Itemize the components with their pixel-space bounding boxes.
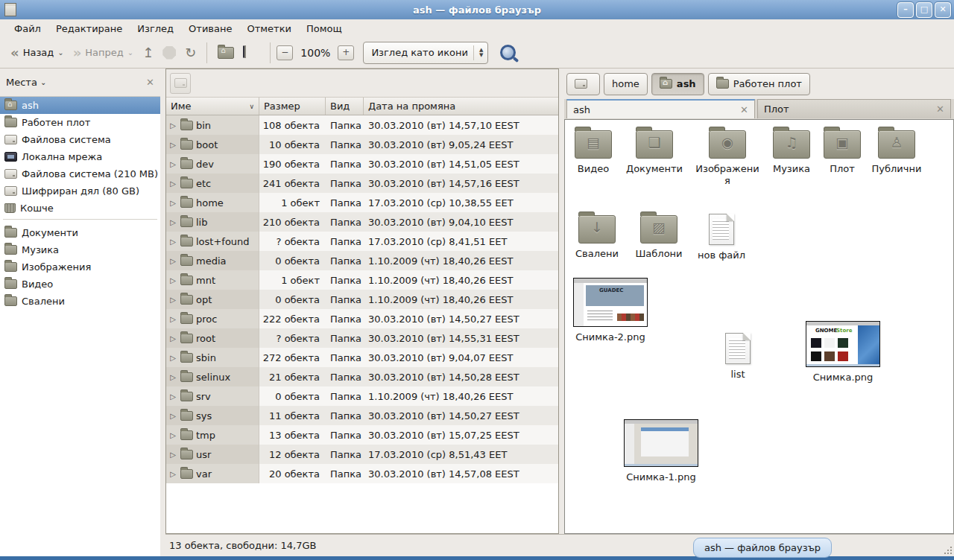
tree-row[interactable]: ▷ opt 0 обекта Папка 1.10.2009 (чт) 18,4… bbox=[166, 290, 558, 309]
pane-splitter[interactable] bbox=[160, 69, 165, 556]
menu-item[interactable]: Отметки bbox=[240, 22, 297, 36]
sidebar-place-item[interactable]: Файлова система bbox=[0, 131, 160, 148]
icon-view-item[interactable]: ◉ Изображения bbox=[693, 126, 762, 186]
menu-item[interactable]: Файл bbox=[7, 22, 48, 36]
expander-icon[interactable]: ▷ bbox=[168, 179, 177, 188]
sidebar-place-item[interactable]: ash bbox=[0, 97, 160, 114]
tab-close-icon[interactable]: ✕ bbox=[740, 104, 748, 115]
icon-view-item[interactable]: Снимка.png bbox=[806, 321, 880, 384]
tree-row[interactable]: ▷ home 1 обект Папка 17.03.2010 (ср) 10,… bbox=[166, 193, 558, 212]
column-header-date[interactable]: Дата на промяна bbox=[364, 98, 558, 115]
home-button[interactable] bbox=[213, 44, 238, 62]
forward-button[interactable]: » Напред ⌄ bbox=[69, 43, 139, 63]
icon-view-item[interactable]: нов файл bbox=[690, 211, 753, 261]
tree-row[interactable]: ▷ dev 190 обекта Папка 30.03.2010 (вт) 1… bbox=[166, 154, 558, 174]
icon-view-item[interactable]: ♫ Музика bbox=[760, 126, 823, 175]
expander-icon[interactable]: ▷ bbox=[168, 470, 177, 478]
expander-icon[interactable]: ▷ bbox=[168, 276, 177, 284]
tree-row[interactable]: ▷ tmp 13 обекта Папка 30.03.2010 (вт) 15… bbox=[166, 425, 558, 445]
zoom-in-button[interactable]: + bbox=[338, 45, 354, 60]
up-button[interactable]: ↥ bbox=[138, 43, 158, 63]
tree-row[interactable]: ▷ bin 108 обекта Папка 30.03.2010 (вт) 1… bbox=[166, 115, 558, 135]
tree-row[interactable]: ▷ lib 210 обекта Папка 30.03.2010 (вт) 9… bbox=[166, 212, 558, 232]
back-history-chevron-icon[interactable]: ⌄ bbox=[57, 48, 63, 57]
sidebar-place-item[interactable]: Кошче bbox=[0, 200, 160, 217]
expander-icon[interactable]: ▷ bbox=[168, 160, 177, 168]
tree-row[interactable]: ▷ usr 12 обекта Папка 17.03.2010 (ср) 8,… bbox=[166, 445, 558, 464]
tree-row[interactable]: ▷ boot 10 обекта Папка 30.03.2010 (вт) 9… bbox=[166, 135, 558, 154]
icon-view-item[interactable]: Снимка-2.png bbox=[573, 278, 648, 343]
icon-view-item[interactable]: ↓ Свалени bbox=[566, 211, 628, 260]
menu-item[interactable]: Помощ bbox=[300, 22, 349, 36]
tree-row[interactable]: ▷ mnt 1 обект Папка 1.10.2009 (чт) 18,40… bbox=[166, 270, 558, 290]
expander-icon[interactable]: ▷ bbox=[168, 451, 177, 459]
expander-icon[interactable]: ▷ bbox=[168, 412, 177, 420]
sidebar-close-icon[interactable]: ✕ bbox=[146, 77, 154, 88]
sidebar-place-item[interactable]: Документи bbox=[0, 224, 160, 241]
icon-view-item[interactable]: ♙ Публични bbox=[865, 126, 929, 175]
stop-button[interactable] bbox=[158, 43, 180, 63]
sidebar-place-item[interactable]: Шифриран дял (80 GB) bbox=[0, 182, 160, 200]
tree-row[interactable]: ▷ sbin 272 обекта Папка 30.03.2010 (вт) … bbox=[166, 348, 558, 367]
tree-row[interactable]: ▷ sys 11 обекта Папка 30.03.2010 (вт) 14… bbox=[166, 406, 558, 425]
menu-item[interactable]: Редактиране bbox=[49, 22, 129, 36]
search-icon[interactable] bbox=[500, 45, 516, 60]
expander-icon[interactable]: ▷ bbox=[168, 431, 177, 439]
expander-icon[interactable]: ▷ bbox=[168, 334, 177, 343]
zoom-out-button[interactable]: − bbox=[277, 45, 293, 60]
expander-icon[interactable]: ▷ bbox=[168, 296, 177, 304]
minimize-button[interactable]: – bbox=[897, 2, 914, 18]
column-header-size[interactable]: Размер bbox=[259, 98, 326, 115]
sidebar-place-item[interactable]: Работен плот bbox=[0, 114, 160, 131]
breadcrumb-button[interactable]: Работен плот bbox=[708, 73, 810, 95]
tree-row[interactable]: ▷ srv 0 обекта Папка 1.10.2009 (чт) 18,4… bbox=[166, 386, 558, 406]
icon-view-item[interactable]: ▣ Плот bbox=[818, 126, 866, 175]
sidebar-place-item[interactable]: Свалени bbox=[0, 293, 160, 310]
tab[interactable]: Плот ✕ bbox=[757, 99, 951, 118]
back-button[interactable]: « Назад ⌄ bbox=[6, 43, 69, 63]
reload-button[interactable]: ↻ bbox=[180, 43, 200, 63]
expander-icon[interactable]: ▷ bbox=[168, 257, 177, 265]
tree-row[interactable]: ▷ media 0 обекта Папка 1.10.2009 (чт) 18… bbox=[166, 251, 558, 270]
expander-icon[interactable]: ▷ bbox=[168, 199, 177, 207]
sidebar-mode-chevron-icon[interactable]: ⌄ bbox=[40, 78, 146, 86]
sidebar-title[interactable]: Места bbox=[6, 77, 37, 88]
window-menu-icon[interactable] bbox=[4, 3, 16, 16]
tree-row[interactable]: ▷ lost+found ? обекта Папка 17.03.2010 (… bbox=[166, 232, 558, 251]
expander-icon[interactable]: ▷ bbox=[168, 218, 177, 226]
close-button[interactable]: ✕ bbox=[935, 2, 951, 18]
column-header-type[interactable]: Вид bbox=[326, 98, 364, 115]
tab-close-icon[interactable]: ✕ bbox=[936, 104, 944, 115]
view-mode-select[interactable]: Изглед като икони ▲ ▼ bbox=[363, 42, 488, 64]
breadcrumb-button[interactable] bbox=[566, 73, 600, 95]
menu-item[interactable]: Изглед bbox=[130, 22, 180, 36]
expander-icon[interactable]: ▷ bbox=[168, 392, 177, 401]
expander-icon[interactable]: ▷ bbox=[168, 121, 177, 130]
resize-grip[interactable] bbox=[944, 546, 953, 555]
tree-row[interactable]: ▷ proc 222 обекта Папка 30.03.2010 (вт) … bbox=[166, 309, 558, 328]
breadcrumb-button[interactable]: home bbox=[604, 73, 648, 95]
icon-view-item[interactable]: ▤ Видео bbox=[565, 126, 622, 175]
sidebar-place-item[interactable]: Видео bbox=[0, 276, 160, 293]
tree-row[interactable]: ▷ root ? обекта Папка 30.03.2010 (вт) 14… bbox=[166, 328, 558, 348]
sidebar-place-item[interactable]: Музика bbox=[0, 241, 160, 258]
computer-button[interactable] bbox=[238, 43, 264, 63]
taskbar-window-button[interactable]: ash — файлов браузър bbox=[693, 538, 832, 558]
expander-icon[interactable]: ▷ bbox=[168, 373, 177, 381]
menu-item[interactable]: Отиване bbox=[182, 22, 238, 36]
breadcrumb-button[interactable]: ash bbox=[651, 73, 704, 95]
sidebar-place-item[interactable]: Изображения bbox=[0, 258, 160, 276]
expander-icon[interactable]: ▷ bbox=[168, 141, 177, 149]
tree-row[interactable]: ▷ selinux 21 обекта Папка 30.03.2010 (вт… bbox=[166, 367, 558, 386]
icon-view-item[interactable]: Снимка-1.png bbox=[624, 419, 698, 483]
icon-view-item[interactable]: ❏ Документи bbox=[622, 126, 686, 175]
expander-icon[interactable]: ▷ bbox=[168, 315, 177, 323]
column-header-name[interactable]: Име ∨ bbox=[166, 98, 259, 115]
tree-row[interactable]: ▷ var 20 обекта Папка 30.03.2010 (вт) 14… bbox=[166, 464, 558, 483]
icon-view[interactable]: ▤ Видео ❏ Документи ◉ Изображения ♫ Музи… bbox=[564, 119, 954, 534]
icon-view-item[interactable]: ▨ Шаблони bbox=[628, 211, 690, 260]
tree-row[interactable]: ▷ etc 241 обекта Папка 30.03.2010 (вт) 1… bbox=[166, 174, 558, 193]
sidebar-place-item[interactable]: Файлова система (210 MB) bbox=[0, 165, 160, 182]
expander-icon[interactable]: ▷ bbox=[168, 354, 177, 362]
restore-button[interactable]: □ bbox=[916, 2, 932, 18]
